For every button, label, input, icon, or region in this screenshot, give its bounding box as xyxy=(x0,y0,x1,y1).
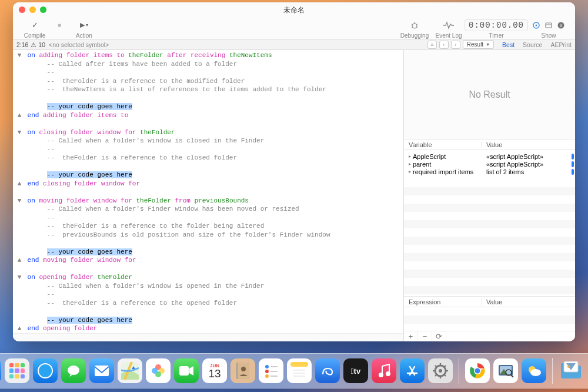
svg-line-56 xyxy=(444,366,446,367)
svg-point-31 xyxy=(241,367,246,371)
dock-messages[interactable] xyxy=(61,358,86,383)
window-title: 未命名 xyxy=(283,5,305,15)
minimize-window-button[interactable] xyxy=(29,6,36,13)
svg-point-67 xyxy=(530,369,541,376)
dock-photos[interactable] xyxy=(146,358,171,383)
dock-calendar[interactable]: JUN13 xyxy=(202,358,227,383)
variables-header: Variable Value xyxy=(404,139,575,150)
stop-icon: ■ xyxy=(58,19,61,31)
remove-expression-button[interactable]: − xyxy=(418,331,432,342)
dock-separator xyxy=(459,358,459,384)
timer-display: 0:00:00.00 Timer xyxy=(467,19,526,39)
variable-row[interactable]: ▸parent«script AppleScript» xyxy=(404,160,575,168)
svg-point-26 xyxy=(152,368,158,374)
dock-preview[interactable] xyxy=(493,358,518,383)
add-expression-button[interactable]: + xyxy=(404,331,418,342)
show-menu[interactable]: i Show xyxy=(528,19,569,39)
dock-appstore[interactable] xyxy=(400,358,425,383)
close-window-button[interactable] xyxy=(19,6,25,13)
dock-maps[interactable] xyxy=(118,358,142,383)
macos-dock: JUN13 tv xyxy=(0,353,588,388)
cursor-position: 2:16 xyxy=(16,41,28,48)
svg-point-7 xyxy=(536,24,537,26)
tab-best[interactable]: Best xyxy=(502,41,514,48)
tab-aeprint[interactable]: AEPrint xyxy=(550,41,572,48)
dock-chrome[interactable] xyxy=(465,358,490,383)
svg-point-60 xyxy=(475,368,480,374)
svg-point-0 xyxy=(412,24,417,28)
nav-back-button[interactable]: ‹ xyxy=(439,41,449,49)
toggle-side-button[interactable]: ≡ xyxy=(427,41,437,49)
horizontal-scrollbar[interactable] xyxy=(13,333,403,341)
dock-finder[interactable] xyxy=(0,358,1,383)
variable-row[interactable]: ▸required import itemslist of 2 items xyxy=(404,168,575,175)
bug-icon xyxy=(410,19,419,31)
svg-line-57 xyxy=(435,374,437,376)
traffic-lights xyxy=(19,6,46,13)
nav-fwd-button[interactable]: › xyxy=(451,41,460,49)
svg-point-44 xyxy=(386,371,390,376)
svg-marker-28 xyxy=(189,366,193,376)
dock-launchpad[interactable] xyxy=(5,358,29,383)
titlebar[interactable]: 未命名 xyxy=(13,2,575,18)
svg-point-72 xyxy=(567,366,570,368)
svg-text:i: i xyxy=(560,23,562,28)
svg-rect-20 xyxy=(95,366,109,376)
svg-point-49 xyxy=(439,369,442,373)
dock-reminders[interactable] xyxy=(259,358,283,383)
tab-source[interactable]: Source xyxy=(523,41,542,48)
check-icon: ✓ xyxy=(32,19,38,31)
debug-toggle[interactable]: Debugging xyxy=(399,19,430,39)
svg-point-34 xyxy=(265,374,269,378)
svg-line-54 xyxy=(435,366,437,367)
dock-weather[interactable] xyxy=(522,358,546,383)
result-dropdown[interactable]: Result▼ xyxy=(463,40,494,49)
fullscreen-window-button[interactable] xyxy=(40,6,46,13)
expressions-header: Expression Value xyxy=(404,297,575,307)
dock-tv[interactable]: tv xyxy=(343,358,368,383)
dock-downloads[interactable] xyxy=(559,358,583,383)
code-editor[interactable]: ▼ on adding folder items to theFolder af… xyxy=(13,50,403,341)
app-window: 未命名 ✓ Compile ■ ▶▾ Action Debugging xyxy=(13,2,575,341)
expressions-empty-rows[interactable] xyxy=(404,307,575,331)
results-sidebar: No Result Variable Value ▸AppleScript«sc… xyxy=(403,50,575,341)
stop-button[interactable]: ■ xyxy=(51,19,68,39)
timer-value: 0:00:00.00 xyxy=(465,19,528,31)
refresh-button[interactable]: ⟳ xyxy=(432,331,446,342)
variables-table[interactable]: ▸AppleScript«script AppleScript»▸parent«… xyxy=(404,150,575,179)
sidebar-footer: + − ⟳ xyxy=(404,331,575,341)
svg-line-55 xyxy=(444,374,446,376)
variable-row[interactable]: ▸AppleScript«script AppleScript» xyxy=(404,152,575,160)
variables-empty-rows xyxy=(404,179,575,297)
dock-freeform[interactable] xyxy=(315,358,340,383)
svg-point-33 xyxy=(265,370,269,373)
dock-mail[interactable] xyxy=(89,358,114,383)
result-pane: No Result xyxy=(404,50,575,139)
pulse-icon xyxy=(443,19,455,31)
dock-safari[interactable] xyxy=(33,358,58,383)
content-area: ▼ on adding folder items to theFolder af… xyxy=(13,50,575,341)
dock-facetime[interactable] xyxy=(174,358,199,383)
svg-rect-27 xyxy=(179,366,189,376)
play-icon: ▶▾ xyxy=(80,19,88,31)
action-menu[interactable]: ▶▾ Action xyxy=(68,19,100,39)
eventlog-toggle[interactable]: Event Log xyxy=(433,19,465,39)
svg-point-16 xyxy=(39,364,52,377)
navigation-bar: 2:16 ⚠︎ 10 <no selected symbol> ≡ ‹ › Re… xyxy=(13,39,575,50)
svg-point-19 xyxy=(68,366,79,375)
error-count[interactable]: ⚠︎ 10 xyxy=(31,41,45,48)
dock-system-settings[interactable] xyxy=(428,358,453,383)
svg-rect-38 xyxy=(290,362,308,367)
svg-rect-8 xyxy=(546,23,552,28)
panels-icon: i xyxy=(532,19,565,31)
svg-point-32 xyxy=(265,365,269,368)
dock-contacts[interactable] xyxy=(230,358,255,383)
symbol-dropdown[interactable]: <no selected symbol> xyxy=(49,41,109,48)
compile-button[interactable]: ✓ Compile xyxy=(19,19,51,39)
toolbar: ✓ Compile ■ ▶▾ Action Debugging xyxy=(13,18,575,39)
dock-music[interactable] xyxy=(372,358,396,383)
dock-notes[interactable] xyxy=(287,358,312,383)
dock-separator-2 xyxy=(552,358,553,384)
